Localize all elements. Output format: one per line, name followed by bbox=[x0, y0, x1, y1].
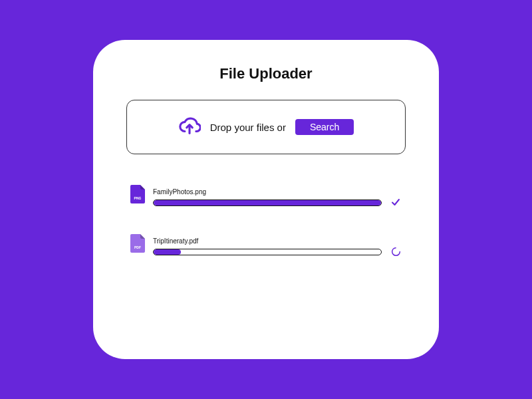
file-body: TripItineraty.pdf bbox=[153, 237, 382, 255]
spinner-icon bbox=[390, 245, 402, 257]
progress-fill bbox=[154, 249, 181, 255]
progress-bar bbox=[153, 200, 382, 206]
svg-text:PDF: PDF bbox=[134, 245, 141, 249]
file-body: FamilyPhotos.png bbox=[153, 188, 382, 206]
file-name: FamilyPhotos.png bbox=[153, 188, 382, 196]
file-row: PNG FamilyPhotos.png bbox=[130, 185, 402, 206]
dropzone[interactable]: Drop your files or Search bbox=[126, 100, 406, 154]
file-row: PDF TripItineraty.pdf bbox=[130, 234, 402, 255]
progress-bar bbox=[153, 249, 382, 255]
progress-fill bbox=[154, 200, 381, 205]
file-list: PNG FamilyPhotos.png PDF bbox=[126, 185, 406, 255]
uploader-card: File Uploader Drop your files or Search … bbox=[93, 40, 439, 359]
file-name: TripItineraty.pdf bbox=[153, 237, 382, 245]
search-button[interactable]: Search bbox=[295, 119, 354, 135]
svg-point-2 bbox=[392, 247, 400, 255]
dropzone-label: Drop your files or bbox=[210, 122, 286, 133]
page-title: File Uploader bbox=[126, 65, 406, 82]
cloud-upload-icon bbox=[178, 114, 201, 140]
checkmark-icon bbox=[390, 196, 402, 208]
svg-text:PNG: PNG bbox=[134, 196, 142, 200]
file-type-icon: PDF bbox=[130, 234, 145, 255]
file-type-icon: PNG bbox=[130, 185, 145, 206]
